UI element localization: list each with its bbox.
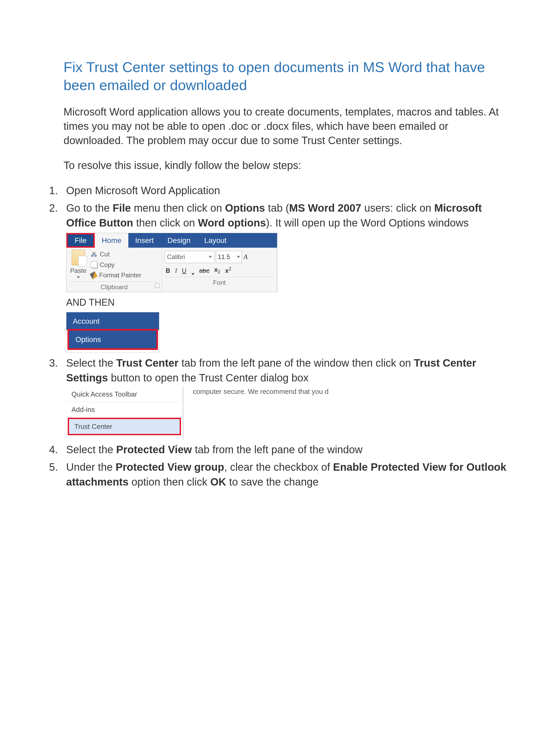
and-then-label: AND THEN bbox=[66, 296, 508, 309]
subscript-button[interactable]: x2 bbox=[214, 265, 220, 275]
step-3: Select the Trust Center tab from the lef… bbox=[61, 356, 508, 440]
svg-point-0 bbox=[91, 255, 93, 256]
tab-home[interactable]: Home bbox=[95, 233, 128, 248]
paste-label: Paste bbox=[70, 267, 86, 274]
paste-icon bbox=[72, 250, 85, 265]
format-painter-button[interactable]: Format Painter bbox=[91, 271, 141, 280]
svg-point-1 bbox=[95, 255, 96, 256]
chevron-down-icon bbox=[209, 256, 212, 258]
clipboard-group: Paste Cut bbox=[66, 248, 162, 292]
options-item-qat[interactable]: Quick Access Toolbar bbox=[66, 387, 183, 402]
clipboard-caption: Clipboard bbox=[69, 281, 159, 292]
ribbon-screenshot: File Home Insert Design Layout Paste bbox=[66, 233, 277, 292]
font-group: Calibri 11.5 A B bbox=[162, 248, 277, 292]
step-2: Go to the File menu then click on Option… bbox=[61, 201, 508, 353]
tab-insert[interactable]: Insert bbox=[128, 233, 161, 248]
cut-button[interactable]: Cut bbox=[91, 250, 141, 259]
menu-item-options[interactable]: Options bbox=[67, 329, 158, 350]
underline-button[interactable]: U bbox=[182, 266, 186, 275]
copy-button[interactable]: Copy bbox=[91, 260, 141, 269]
copy-icon bbox=[91, 261, 97, 268]
bold-button[interactable]: B bbox=[165, 266, 170, 275]
step-3-text: Select the Trust Center tab from the lef… bbox=[66, 357, 476, 384]
resolve-paragraph: To resolve this issue, kindly follow the… bbox=[64, 158, 503, 173]
steps-list: Open Microsoft Word Application Go to th… bbox=[37, 183, 508, 489]
step-1: Open Microsoft Word Application bbox=[61, 183, 508, 198]
brush-icon bbox=[90, 271, 98, 279]
cut-label: Cut bbox=[100, 250, 110, 259]
strikethrough-button[interactable]: abc bbox=[199, 266, 210, 275]
italic-button[interactable]: I bbox=[175, 266, 177, 275]
dialog-launcher-icon[interactable] bbox=[155, 283, 160, 288]
superscript-button[interactable]: x2 bbox=[225, 266, 231, 275]
font-grow-icon: A bbox=[243, 252, 248, 262]
page-title: Fix Trust Center settings to open docume… bbox=[64, 58, 500, 94]
font-name-select[interactable]: Calibri bbox=[165, 251, 214, 263]
ribbon-tabbar: File Home Insert Design Layout bbox=[66, 233, 277, 248]
font-size-value: 11.5 bbox=[218, 253, 230, 261]
tab-layout[interactable]: Layout bbox=[197, 233, 233, 248]
options-item-addins[interactable]: Add-ins bbox=[66, 402, 183, 417]
intro-paragraph: Microsoft Word application allows you to… bbox=[64, 105, 503, 148]
tab-design[interactable]: Design bbox=[161, 233, 197, 248]
options-item-trust-center[interactable]: Trust Center bbox=[68, 418, 181, 435]
menu-item-account[interactable]: Account bbox=[66, 312, 159, 330]
chevron-down-icon bbox=[191, 273, 194, 275]
step-2-text: Go to the File menu then click on Option… bbox=[66, 202, 482, 229]
chevron-down-icon bbox=[77, 276, 80, 279]
font-caption: Font bbox=[165, 277, 274, 287]
copy-label: Copy bbox=[100, 260, 114, 269]
step-4: Select the Protected View tab from the l… bbox=[61, 442, 508, 457]
options-right-text: computer secure. We recommend that you d bbox=[187, 387, 329, 396]
tab-file[interactable]: File bbox=[66, 233, 95, 248]
font-size-select[interactable]: 11.5 bbox=[216, 251, 242, 263]
chevron-down-icon bbox=[237, 256, 240, 258]
font-name-value: Calibri bbox=[167, 253, 185, 261]
backstage-menu-screenshot: Account Options bbox=[66, 312, 159, 353]
step-5: Under the Protected View group, clear th… bbox=[61, 460, 508, 489]
options-left-pane: Quick Access Toolbar Add-ins Trust Cente… bbox=[66, 387, 184, 440]
format-painter-label: Format Painter bbox=[99, 271, 141, 280]
paste-button[interactable]: Paste bbox=[69, 250, 88, 280]
scissors-icon bbox=[91, 251, 97, 257]
